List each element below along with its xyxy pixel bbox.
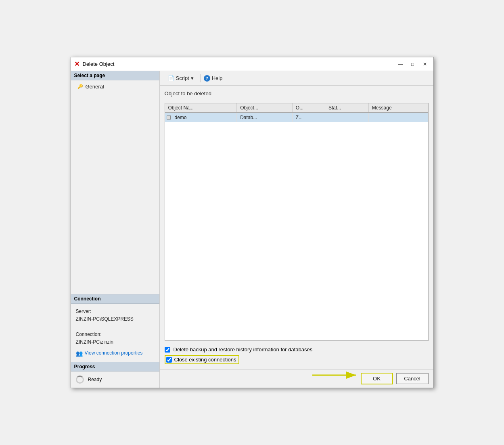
cell-object-name: demo xyxy=(165,113,237,122)
script-dropdown-icon: ▾ xyxy=(191,75,194,81)
general-label: General xyxy=(86,84,104,90)
delete-backup-label: Delete backup and restore history inform… xyxy=(174,346,313,353)
table-row[interactable]: demo Datab... Z... xyxy=(165,113,428,122)
select-page-header: Select a page xyxy=(71,71,159,80)
delete-object-dialog: ✕ Delete Object — □ ✕ Select a page 🔑 Ge… xyxy=(71,57,434,388)
row-indicator xyxy=(167,115,171,120)
dialog-error-icon: ✕ xyxy=(74,60,79,68)
cancel-button[interactable]: Cancel xyxy=(396,373,429,384)
left-panel: Select a page 🔑 General Connection Serve… xyxy=(71,71,160,388)
help-label: Help xyxy=(212,75,223,81)
close-connections-highlighted: Close existing connections xyxy=(165,355,240,364)
server-label: Server: xyxy=(76,308,155,315)
close-connections-checkbox[interactable] xyxy=(166,357,172,363)
maximize-button[interactable]: □ xyxy=(408,60,418,69)
cell-message xyxy=(368,113,428,122)
connection-value: ZINZIN-PC\zinzin xyxy=(76,338,155,346)
col-stat: Stat... xyxy=(325,103,368,113)
script-button[interactable]: 📄 Script ▾ xyxy=(165,74,197,82)
object-to-delete-label: Object to be deleted xyxy=(165,90,429,97)
help-button[interactable]: ? Help xyxy=(204,75,223,82)
progress-header: Progress xyxy=(71,362,159,372)
cell-object-type: Datab... xyxy=(237,113,293,122)
col-object-name: Object Na... xyxy=(165,103,237,113)
objects-table-container: Object Na... Object... O... Stat... Mess… xyxy=(165,103,429,341)
script-icon: 📄 xyxy=(168,75,174,81)
connection-content: Server: ZINZIN-PC\SQLEXPRESS Connection:… xyxy=(71,304,159,362)
title-bar: ✕ Delete Object — □ ✕ xyxy=(71,57,433,71)
progress-section: Progress Ready xyxy=(71,362,159,388)
view-connection-label: View connection properties xyxy=(85,349,143,357)
help-icon: ? xyxy=(204,75,210,82)
left-nav: 🔑 General xyxy=(71,80,159,294)
table-body: demo Datab... Z... xyxy=(165,113,428,122)
connection-properties-icon: 👥 xyxy=(76,349,83,358)
bottom-options: Delete backup and restore history inform… xyxy=(165,345,429,364)
dialog-footer: OK Cancel xyxy=(160,369,433,388)
dialog-body: Select a page 🔑 General Connection Serve… xyxy=(71,71,433,388)
progress-spinner xyxy=(76,376,84,384)
close-connections-row: Close existing connections xyxy=(165,355,429,364)
close-button[interactable]: ✕ xyxy=(420,60,430,69)
cell-o: Z... xyxy=(292,113,325,122)
general-nav-item[interactable]: 🔑 General xyxy=(76,83,155,90)
toolbar: 📄 Script ▾ ? Help xyxy=(160,71,433,86)
script-label: Script xyxy=(176,75,189,81)
minimize-button[interactable]: — xyxy=(395,60,406,69)
connection-label: Connection: xyxy=(76,331,155,338)
ready-label: Ready xyxy=(88,377,102,382)
close-connections-label: Close existing connections xyxy=(174,357,236,363)
right-panel: 📄 Script ▾ ? Help Object to be deleted xyxy=(160,71,433,388)
general-icon: 🔑 xyxy=(77,84,83,89)
dialog-title: Delete Object xyxy=(83,61,115,67)
right-content: Object to be deleted Object Na... Object… xyxy=(160,86,433,369)
delete-backup-checkbox[interactable] xyxy=(165,347,170,353)
objects-table: Object Na... Object... O... Stat... Mess… xyxy=(165,103,428,122)
view-connection-link[interactable]: 👥 View connection properties xyxy=(76,349,155,358)
connection-header: Connection xyxy=(71,294,159,304)
table-header: Object Na... Object... O... Stat... Mess… xyxy=(165,103,428,113)
ok-button[interactable]: OK xyxy=(361,373,393,384)
col-object-type: Object... xyxy=(237,103,293,113)
title-bar-controls: — □ ✕ xyxy=(395,60,430,69)
title-bar-left: ✕ Delete Object xyxy=(74,60,115,68)
progress-content: Ready xyxy=(71,372,159,388)
col-o: O... xyxy=(292,103,325,113)
delete-backup-row: Delete backup and restore history inform… xyxy=(165,346,429,353)
col-message: Message xyxy=(368,103,428,113)
server-value: ZINZIN-PC\SQLEXPRESS xyxy=(76,315,155,323)
connection-section: Connection Server: ZINZIN-PC\SQLEXPRESS … xyxy=(71,294,159,362)
cell-stat xyxy=(325,113,368,122)
toolbar-divider xyxy=(200,74,201,82)
